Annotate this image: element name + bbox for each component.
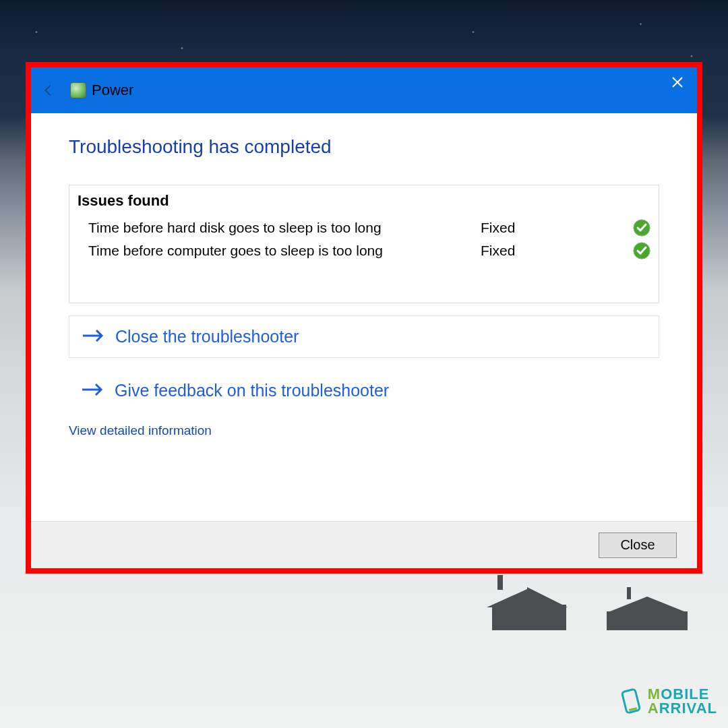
back-arrow-icon (41, 83, 56, 98)
close-troubleshooter-action[interactable]: Close the troubleshooter (69, 315, 659, 358)
give-feedback-label: Give feedback on this troubleshooter (115, 381, 389, 400)
background-houses-decoration (472, 576, 701, 637)
close-troubleshooter-label: Close the troubleshooter (115, 327, 299, 346)
issue-status: Fixed (481, 220, 615, 236)
issues-found-panel: Issues found Time before hard disk goes … (69, 185, 659, 303)
footer-bar: Close (31, 521, 697, 568)
issue-status: Fixed (481, 243, 615, 259)
back-button[interactable] (35, 77, 62, 104)
highlight-frame: Power Troubleshooting has completed Issu… (26, 62, 702, 574)
content-area: Troubleshooting has completed Issues fou… (31, 113, 697, 521)
titlebar: Power (31, 67, 697, 113)
arrow-right-icon (81, 381, 104, 400)
page-title: Troubleshooting has completed (69, 136, 659, 158)
watermark-icon (619, 688, 644, 715)
window-close-button[interactable] (662, 70, 693, 94)
power-plan-icon (70, 82, 86, 98)
watermark-logo: MOBILE ARRIVAL (619, 688, 717, 716)
checkmark-icon (633, 242, 650, 260)
issues-found-header: Issues found (69, 189, 659, 216)
issue-label: Time before computer goes to sleep is to… (88, 243, 481, 259)
checkmark-icon (633, 219, 650, 237)
view-detailed-info-link[interactable]: View detailed information (69, 423, 659, 438)
close-icon (671, 75, 684, 89)
troubleshooter-window: Power Troubleshooting has completed Issu… (31, 67, 697, 568)
issue-row: Time before hard disk goes to sleep is t… (69, 216, 659, 239)
titlebar-label: Power (92, 82, 133, 99)
watermark-text: MOBILE ARRIVAL (648, 688, 717, 716)
issue-label: Time before hard disk goes to sleep is t… (88, 220, 481, 236)
issue-row: Time before computer goes to sleep is to… (69, 239, 659, 262)
close-troubleshooter-link[interactable]: Close the troubleshooter (82, 327, 646, 346)
arrow-right-icon (82, 327, 104, 346)
give-feedback-action[interactable]: Give feedback on this troubleshooter (69, 375, 659, 406)
give-feedback-link[interactable]: Give feedback on this troubleshooter (81, 381, 647, 400)
close-button[interactable]: Close (599, 533, 677, 558)
